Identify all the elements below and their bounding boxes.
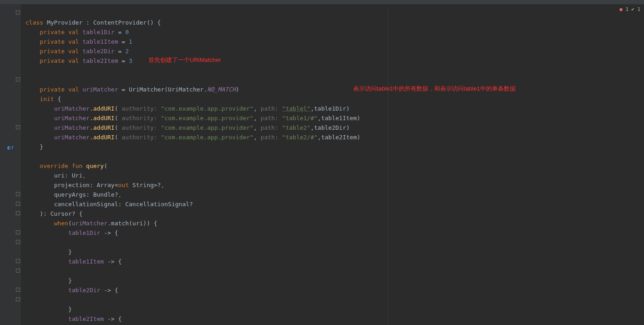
code-line: } [25,249,72,255]
code-editor[interactable]: - - - ◐↑ - - - - - - - - - class MyProvi… [0,5,644,325]
code-line: uriMatcher.addURI( authority: "com.examp… [25,105,350,112]
code-line: when(uriMatcher.match(uri)) { [25,220,157,227]
code-line: uriMatcher.addURI( authority: "com.examp… [25,134,360,141]
code-line: private val table1Dir = 0 [25,29,129,36]
code-line: uri: Uri, [25,172,86,179]
warning-icon[interactable]: ✔ 1 [631,6,640,12]
fold-marker[interactable]: - [16,297,20,301]
code-line: init { [25,96,61,102]
fold-marker[interactable]: - [16,240,20,244]
code-line: override fun query( [25,162,107,169]
code-line: private val uriMatcher = UriMatcher(UriM… [25,86,239,93]
code-line: table1Item -> { [25,258,122,265]
gutter[interactable]: - - - ◐↑ - - - - - - - - - [0,5,21,325]
code-line: } [25,277,72,284]
fold-marker[interactable]: - [16,269,20,273]
code-line: table2Dir -> { [25,287,118,294]
fold-marker[interactable]: - [16,211,20,215]
fold-marker[interactable]: - [16,77,20,81]
fold-marker[interactable]: - [16,202,20,206]
code-line: uriMatcher.addURI( authority: "com.examp… [25,124,350,131]
override-icon[interactable]: ◐↑ [7,144,15,151]
code-line: private val table1Item = 1 [25,38,132,45]
fold-marker[interactable]: - [16,10,20,15]
annotation-text: 表示访问table1中的所有数据，和表示访问table1中的单条数据 [353,84,516,93]
code-line: uriMatcher.addURI( authority: "com.examp… [25,115,360,122]
code-line: table2Item -> { [25,315,122,322]
tabs-bar [0,0,644,5]
code-area[interactable]: class MyProvider : ContentProvider() { p… [21,5,644,325]
code-line: table1Dir -> { [25,229,118,236]
annotation-text: 首先创建了一个URiMatcher [148,55,221,65]
fold-marker[interactable]: - [16,192,20,196]
code-line: cancellationSignal: CancellationSignal? [25,201,193,208]
code-line: } [25,143,43,150]
code-line: class MyProvider : ContentProvider() { [25,19,161,26]
code-line: private val table2Dir = 2 [25,48,129,55]
fold-marker[interactable]: - [16,288,20,292]
fold-marker[interactable]: - [16,259,20,263]
code-line: queryArgs: Bundle?, [25,191,122,198]
status-indicators: ● 1 ✔ 1 [619,6,640,12]
code-line: ): Cursor? { [25,210,82,217]
fold-marker[interactable]: - [16,125,20,129]
code-line: projection: Array<out String>?, [25,182,164,188]
code-line: private val table2Item = 3 [25,57,132,64]
code-line: } [25,306,72,313]
error-icon[interactable]: ● 1 [619,6,629,12]
fold-marker[interactable]: - [16,230,20,234]
